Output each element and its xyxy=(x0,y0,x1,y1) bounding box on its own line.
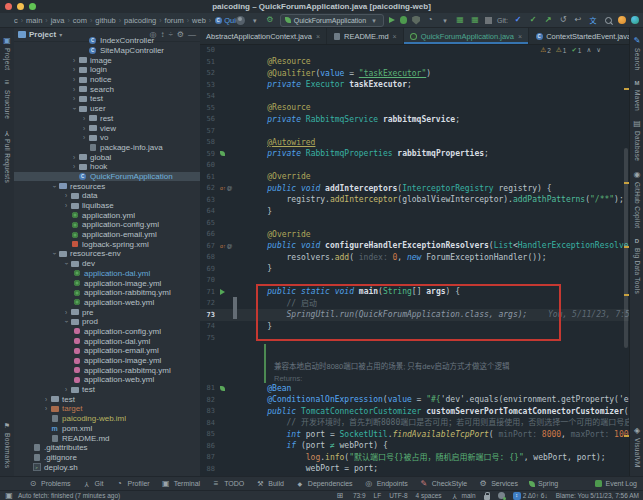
tool-window-button-problems[interactable]: Problems xyxy=(28,479,71,489)
editor-line-60[interactable]: 60 xyxy=(200,160,629,172)
tree-row-QuickForumApplication[interactable]: QuickForumApplication xyxy=(14,172,200,182)
tool-window-button-build[interactable]: Build xyxy=(255,479,284,489)
tree-row-liquibase[interactable]: ›liquibase xyxy=(14,201,200,211)
line-number[interactable]: 87 xyxy=(200,453,218,461)
line-number[interactable]: 71 xyxy=(200,288,218,296)
line-number[interactable]: 50 xyxy=(200,46,218,54)
editor-body[interactable]: 5051 @Resource52 @Qualifier(value = "tas… xyxy=(200,44,629,476)
tree-expand-arrow[interactable]: › xyxy=(62,309,70,316)
tree-row-notice[interactable]: ›notice xyxy=(14,75,200,85)
editor-line-71[interactable]: 71 public static void main(String[] args… xyxy=(200,286,629,298)
tree-collapse-arrow[interactable]: › xyxy=(63,318,70,326)
encoding[interactable]: UTF-8 xyxy=(389,492,407,499)
tree-row-README.md[interactable]: README.md xyxy=(14,433,200,443)
tree-row-search[interactable]: ›search xyxy=(14,84,200,94)
tree-row-login[interactable]: ›login xyxy=(14,65,200,75)
tree-expand-arrow[interactable]: › xyxy=(62,386,70,393)
ide-widget-icon[interactable] xyxy=(335,491,345,500)
tree-row-application-dal.yml[interactable]: application-dal.yml xyxy=(14,336,200,346)
line-number[interactable]: 67 xyxy=(200,242,218,250)
tool-stripe-item-project[interactable]: Project xyxy=(2,36,12,70)
tree-row-pre[interactable]: ›pre xyxy=(14,307,200,317)
tab-README.md[interactable]: README.md× xyxy=(327,28,404,44)
breadcrumb-item-paicoding[interactable]: paicoding xyxy=(124,16,156,25)
tool-window-button-git[interactable]: Git xyxy=(82,479,104,489)
tool-window-button-services[interactable]: Services xyxy=(478,479,518,489)
commit-button[interactable] xyxy=(528,15,538,25)
tree-row-application-email.yml[interactable]: application-email.yml xyxy=(14,230,200,240)
tree-row-application-image.yml[interactable]: application-image.yml xyxy=(14,278,200,288)
tree-expand-arrow[interactable]: › xyxy=(62,192,70,199)
indent-setting[interactable]: 4 spaces xyxy=(416,492,442,499)
plugin-orange-button[interactable] xyxy=(618,16,626,24)
tree-row-package-info.java[interactable]: package-info.java xyxy=(14,143,200,153)
debug-button[interactable] xyxy=(400,16,407,24)
tree-row-prod[interactable]: ›prod xyxy=(14,317,200,327)
breadcrumb-item-github[interactable]: github xyxy=(95,16,115,25)
history-button[interactable] xyxy=(558,15,568,25)
tree-row-application-config.yml[interactable]: application-config.yml xyxy=(14,327,200,337)
tree-row-target[interactable]: ›target xyxy=(14,404,200,414)
stop-button[interactable] xyxy=(485,17,492,24)
line-number[interactable]: 64 xyxy=(200,207,218,215)
editor-line-52[interactable]: 52 @Qualifier(value = "taskExecutor") xyxy=(200,68,629,80)
tree-collapse-arrow[interactable]: › xyxy=(51,182,58,190)
editor-line-53[interactable]: 53 private Executor taskExecutor; xyxy=(200,79,629,91)
tab-ContextStartedEvent.java[interactable]: ContextStartedEvent.java× xyxy=(529,28,629,44)
tree-row-paicoding-web.iml[interactable]: paicoding-web.iml xyxy=(14,414,200,424)
tree-expand-arrow[interactable]: › xyxy=(70,76,78,83)
tree-expand-arrow[interactable]: › xyxy=(80,125,88,132)
editor-line-81[interactable]: 81 @Bean xyxy=(200,383,629,395)
editor-line-83[interactable]: 83 public TomcatConnectorCustomizer cust… xyxy=(200,406,629,418)
run-button[interactable] xyxy=(389,17,395,23)
line-number[interactable]: 61 xyxy=(200,173,218,181)
breadcrumb-item-c[interactable]: c xyxy=(14,16,18,25)
git-counters[interactable]: 2 Δ0↑ 6↓ xyxy=(513,492,548,500)
editor-line-59[interactable]: 59 private RabbitmqProperties rabbitmqPr… xyxy=(200,148,629,160)
tree-row-application-image.yml[interactable]: application-image.yml xyxy=(14,356,200,366)
editor-line-57[interactable]: 57 xyxy=(200,125,629,137)
lock-widget[interactable] xyxy=(484,492,490,500)
editor-line-70[interactable]: 70 xyxy=(200,275,629,287)
run-config-chip[interactable]: QuickForumApplication xyxy=(280,14,384,27)
tree-row-user[interactable]: ›user xyxy=(14,104,200,114)
line-ending[interactable]: LF xyxy=(374,492,382,499)
spring-bean-icon[interactable] xyxy=(220,151,225,156)
profiler-button-dropdown[interactable] xyxy=(440,15,450,25)
editor-line-67[interactable]: 67o↑@ public void configureHandlerExcept… xyxy=(200,240,629,252)
editor-line-63[interactable]: 63 registry.addInterceptor(globalViewInt… xyxy=(200,194,629,206)
tree-row-image[interactable]: ›image xyxy=(14,55,200,65)
caret-position[interactable]: 73:9 xyxy=(353,492,366,499)
line-number[interactable]: 53 xyxy=(200,81,218,89)
line-number[interactable]: 65 xyxy=(200,219,218,227)
translate-button[interactable] xyxy=(588,15,598,25)
tool-stripe-item-database[interactable]: Database xyxy=(632,119,642,161)
tree-expand-arrow[interactable]: › xyxy=(70,57,78,64)
tool-window-button-profiler[interactable]: Profiler xyxy=(115,479,150,489)
tree-expand-arrow[interactable]: › xyxy=(70,154,78,161)
tree-row-application-dal.yml[interactable]: application-dal.yml xyxy=(14,269,200,279)
tree-row-pom.xml[interactable]: pom.xml xyxy=(14,424,200,434)
tool-stripe-item-big-data-tools[interactable]: Big Data Tools xyxy=(632,236,642,294)
tool-stripe-item-bookmarks[interactable]: Bookmarks xyxy=(2,421,12,468)
tool-stripe-item-search[interactable]: Search xyxy=(632,36,642,70)
spring-bean-icon[interactable] xyxy=(220,386,225,391)
line-number[interactable]: 66 xyxy=(200,230,218,238)
tree-row-logback-spring.xml[interactable]: logback-spring.xml xyxy=(14,239,200,249)
tool-stripe-item-visualvm[interactable]: VisualVM xyxy=(632,426,642,468)
line-number[interactable]: 84 xyxy=(200,419,218,427)
project-tree[interactable]: IndexControllerSiteMapController›image›l… xyxy=(14,36,200,476)
breadcrumb-item-com[interactable]: com xyxy=(73,16,87,25)
editor-line-55[interactable]: 55 @Resource xyxy=(200,102,629,114)
tree-row-resources[interactable]: ›resources xyxy=(14,181,200,191)
tree-row-rest[interactable]: ›rest xyxy=(14,114,200,124)
user-avatar[interactable] xyxy=(236,16,245,25)
breadcrumb-item-main[interactable]: main xyxy=(26,16,42,25)
update-project-button[interactable] xyxy=(513,15,523,25)
tree-expand-arrow[interactable]: › xyxy=(42,396,50,403)
editor-line-86[interactable]: 86 if (port ≠ webPort) { xyxy=(200,440,629,452)
tool-stripe-item-pull-requests[interactable]: Pull Requests xyxy=(2,127,12,183)
tree-row-application-rabbitmq.yml[interactable]: application-rabbitmq.yml xyxy=(14,365,200,375)
editor-line-72[interactable]: 72 // 启动 xyxy=(200,298,629,310)
editor-line-51[interactable]: 51 @Resource xyxy=(200,56,629,68)
